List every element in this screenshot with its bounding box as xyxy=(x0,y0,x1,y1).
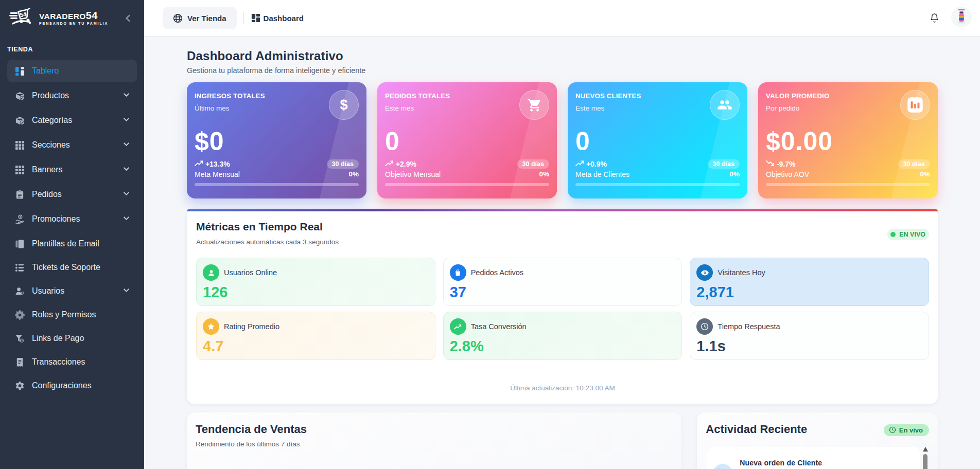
svg-text:$: $ xyxy=(20,214,22,218)
svg-text:54: 54 xyxy=(20,11,27,18)
svg-text:$: $ xyxy=(21,338,23,342)
